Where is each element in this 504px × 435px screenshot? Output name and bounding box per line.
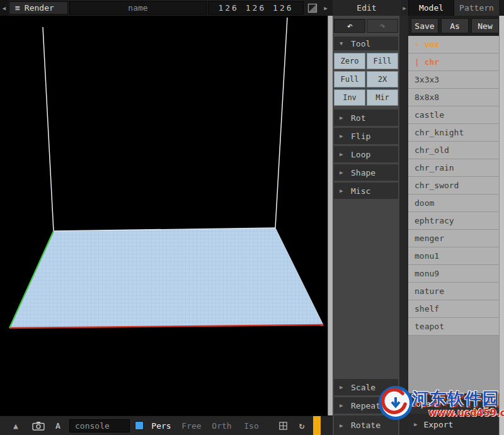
model-panel-header: Save As New <box>408 16 499 36</box>
viewmode-pers[interactable]: Pers <box>147 419 175 432</box>
viewmode-orth[interactable]: Orth <box>208 419 236 432</box>
file-item[interactable]: chr_sword <box>408 177 499 195</box>
render-button[interactable]: ≡ Render <box>9 1 68 14</box>
console-input[interactable]: console <box>69 419 130 432</box>
section-rotate[interactable]: ▶ Rotate <box>334 415 398 435</box>
magicavoxel-app: ◀ ≡ Render name 126 126 126 ▶ Edit ▶ Mod <box>0 0 504 435</box>
render-label: Render <box>25 3 54 13</box>
open-button[interactable]: Open <box>408 393 499 414</box>
file-item[interactable]: teapot <box>408 318 499 336</box>
undo-button[interactable]: ↶ <box>334 19 365 33</box>
panel-expand-arrow[interactable]: ▶ <box>320 0 331 16</box>
reset-view-button[interactable]: ↻ <box>294 419 310 432</box>
screenshot-button[interactable] <box>29 419 48 432</box>
file-item[interactable]: castle <box>408 106 499 124</box>
delete-file-button[interactable] <box>481 398 494 409</box>
new-button[interactable]: New <box>471 18 499 33</box>
top-bar-corner <box>499 0 504 16</box>
grid-toggle-button[interactable] <box>275 419 291 432</box>
file-item-chr[interactable]: | chr <box>408 54 499 71</box>
tool-2x-button[interactable]: 2X <box>367 71 398 88</box>
edit-panel-title: Edit <box>333 0 401 16</box>
file-item[interactable]: chr_knight <box>408 124 499 142</box>
redo-button[interactable]: ↷ <box>367 19 398 33</box>
viewmode-free[interactable]: Free <box>178 419 205 432</box>
tab-pattern[interactable]: Pattern <box>454 0 499 16</box>
left-arrow-icon: ◀ <box>3 5 6 11</box>
console-value: console <box>75 421 110 431</box>
model-panel: Save As New - vox | chr 3x3x3 8x8x8 cast… <box>408 16 499 435</box>
file-item[interactable]: doom <box>408 195 499 212</box>
save-button[interactable]: Save <box>411 18 438 33</box>
file-item[interactable]: chr_old <box>408 142 499 159</box>
edit-panel-right-strip <box>399 16 408 435</box>
tool-mir-button[interactable]: Mir <box>367 89 398 106</box>
expand-arrow-icon: ▶ <box>414 421 417 427</box>
expand-arrow-icon: ▶ <box>340 169 345 176</box>
section-misc[interactable]: ▶ Misc <box>334 183 398 199</box>
expand-arrow-icon: ▶ <box>340 384 345 390</box>
section-shape[interactable]: ▶ Shape <box>334 164 398 181</box>
file-item[interactable]: shelf <box>408 300 499 318</box>
file-item-vox[interactable]: - vox <box>408 36 499 54</box>
redo-icon: ↷ <box>379 20 385 31</box>
file-list: - vox | chr 3x3x3 8x8x8 castle chr_knigh… <box>408 36 499 393</box>
edit-expand-arrow[interactable]: ▶ <box>401 0 408 16</box>
file-item[interactable]: nature <box>408 283 499 300</box>
expand-arrow-icon: ▶ <box>340 151 345 157</box>
resize-icon[interactable] <box>306 2 319 14</box>
file-item[interactable]: ephtracy <box>408 212 499 230</box>
resize-icon-glyph <box>307 3 318 13</box>
camera-icon <box>32 421 45 431</box>
tool-full-button[interactable]: Full <box>334 71 365 88</box>
active-color-swatch[interactable] <box>135 421 144 430</box>
file-item[interactable]: 8x8x8 <box>408 89 499 106</box>
expand-arrow-icon: ▶ <box>340 402 345 409</box>
tool-fill-button[interactable]: Fill <box>367 53 398 69</box>
size-value: 126 126 126 <box>218 3 293 13</box>
collapse-arrow-icon: ▼ <box>340 40 345 47</box>
section-repeat[interactable]: ▶ Repeat <box>334 397 398 414</box>
expand-arrow-icon: ▶ <box>340 422 345 429</box>
up-arrow-button[interactable]: ▲ <box>8 419 24 432</box>
tool-inv-button[interactable]: Inv <box>334 89 365 106</box>
model-panel-scrollbar[interactable] <box>499 16 504 435</box>
tab-model[interactable]: Model <box>408 0 454 16</box>
top-bar: ◀ ≡ Render name 126 126 126 ▶ Edit ▶ Mod <box>0 0 504 16</box>
section-tool[interactable]: ▼ Tool <box>334 37 398 50</box>
viewport-3d[interactable] <box>0 16 328 415</box>
export-button[interactable]: ▶ Export <box>408 414 499 435</box>
file-item[interactable]: menger <box>408 230 499 247</box>
section-flip[interactable]: ▶ Flip <box>334 128 398 144</box>
section-loop[interactable]: ▶ Loop <box>334 146 398 162</box>
collapse-left-arrow[interactable]: ◀ <box>0 0 8 16</box>
menu-icon: ≡ <box>15 3 20 13</box>
up-arrow-icon: ▲ <box>13 421 18 431</box>
expand-arrow-icon: ▶ <box>340 115 345 121</box>
name-input[interactable]: name <box>69 1 207 14</box>
file-item[interactable]: chr_rain <box>408 159 499 177</box>
axis-toggle-button[interactable]: A <box>50 419 66 432</box>
section-scale[interactable]: ▶ Scale <box>334 379 398 395</box>
trash-icon <box>481 398 491 409</box>
size-input[interactable]: 126 126 126 <box>208 1 304 14</box>
undo-icon: ↶ <box>346 20 352 31</box>
file-item[interactable]: 3x3x3 <box>408 71 499 89</box>
viewport-scrollbar[interactable] <box>328 16 333 415</box>
expand-arrow-icon: ▶ <box>340 133 345 139</box>
name-value: name <box>128 3 147 13</box>
accent-color-bar[interactable] <box>313 416 321 435</box>
file-item[interactable]: monu9 <box>408 265 499 283</box>
section-rot[interactable]: ▶ Rot <box>334 110 398 126</box>
rotate-icon: ↻ <box>299 420 304 431</box>
bottom-bar: ▲ A console Pers Free Orth Iso <box>0 415 333 435</box>
viewmode-iso[interactable]: Iso <box>239 419 263 432</box>
tool-zero-button[interactable]: Zero <box>334 53 365 69</box>
file-item[interactable]: monu1 <box>408 247 499 265</box>
edit-panel: ↶ ↷ ▼ Tool Zero Fill Full 2X Inv Mir ▶ R… <box>333 16 408 435</box>
save-as-button[interactable]: As <box>441 18 469 33</box>
expand-arrow-icon: ▶ <box>340 188 345 194</box>
grid-icon <box>278 421 288 431</box>
